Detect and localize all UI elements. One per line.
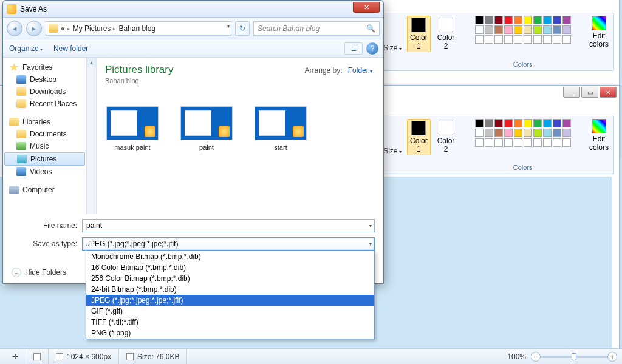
palette-swatch[interactable] bbox=[504, 119, 513, 127]
organize-button[interactable]: Organize bbox=[9, 44, 43, 53]
type-option[interactable]: JPEG (*.jpg;*.jpeg;*.jpe;*.jfif) bbox=[86, 295, 374, 306]
size-button[interactable]: Size bbox=[381, 16, 403, 52]
palette-swatch[interactable] bbox=[553, 119, 561, 127]
color2-button[interactable]: Color 2 bbox=[434, 119, 458, 155]
new-folder-button[interactable]: New folder bbox=[53, 44, 88, 53]
palette-swatch[interactable] bbox=[475, 138, 484, 147]
palette-swatch[interactable] bbox=[524, 138, 532, 147]
palette-swatch[interactable] bbox=[514, 119, 522, 127]
save-as-type-dropdown[interactable]: Monochrome Bitmap (*.bmp;*.dib)16 Color … bbox=[86, 251, 375, 339]
palette-swatch[interactable] bbox=[485, 119, 493, 127]
sidebar-recent[interactable]: Recent Places bbox=[3, 98, 96, 110]
palette-swatch[interactable] bbox=[494, 129, 503, 137]
file-thumb[interactable]: masuk paint bbox=[105, 106, 160, 151]
help-button[interactable]: ? bbox=[366, 42, 378, 55]
palette-swatch[interactable] bbox=[504, 35, 513, 44]
arrange-by-link[interactable]: Folder bbox=[348, 66, 372, 75]
color2-button[interactable]: Color 2 bbox=[434, 16, 458, 52]
sidebar-videos[interactable]: Videos bbox=[3, 166, 96, 178]
palette-swatch[interactable] bbox=[514, 35, 522, 44]
palette-swatch[interactable] bbox=[485, 138, 493, 147]
file-thumb[interactable]: start bbox=[253, 106, 308, 151]
sidebar-documents[interactable]: Documents bbox=[3, 128, 96, 140]
breadcrumb[interactable]: « ▸ My Pictures ▸ Bahan blog ▾ bbox=[46, 21, 231, 36]
view-mode-button[interactable]: ☰ bbox=[344, 42, 363, 55]
palette-swatch[interactable] bbox=[485, 16, 493, 24]
palette-swatch[interactable] bbox=[475, 16, 484, 24]
palette-swatch[interactable] bbox=[514, 16, 522, 24]
palette-swatch[interactable] bbox=[543, 35, 552, 44]
palette-swatch[interactable] bbox=[475, 35, 484, 44]
file-thumb[interactable]: paint bbox=[179, 106, 234, 151]
palette-swatch[interactable] bbox=[543, 119, 552, 127]
palette-swatch[interactable] bbox=[524, 25, 532, 34]
palette-swatch[interactable] bbox=[514, 138, 522, 147]
palette-swatch[interactable] bbox=[562, 25, 571, 34]
dialog-close-button[interactable]: ✕ bbox=[353, 2, 380, 13]
palette-swatch[interactable] bbox=[524, 129, 532, 137]
zoom-slider[interactable] bbox=[541, 356, 607, 358]
palette-swatch[interactable] bbox=[553, 25, 561, 34]
sidebar-desktop[interactable]: Desktop bbox=[3, 73, 96, 86]
type-option[interactable]: 256 Color Bitmap (*.bmp;*.dib) bbox=[86, 273, 374, 284]
palette-swatch[interactable] bbox=[494, 35, 503, 44]
breadcrumb-seg[interactable]: My Pictures bbox=[73, 24, 111, 33]
palette-swatch[interactable] bbox=[533, 16, 542, 24]
palette-swatch[interactable] bbox=[553, 129, 561, 137]
titlebar[interactable]: Save As ✕ bbox=[3, 1, 383, 18]
edit-colors-button[interactable]: Edit colors bbox=[588, 16, 610, 49]
breadcrumb-seg[interactable]: « bbox=[61, 24, 65, 33]
zoom-out-button[interactable]: − bbox=[531, 352, 541, 362]
palette-swatch[interactable] bbox=[562, 129, 571, 137]
minimize-button[interactable]: — bbox=[563, 87, 580, 98]
palette-swatch[interactable] bbox=[485, 129, 493, 137]
size-button[interactable]: Size bbox=[381, 119, 403, 155]
palette-swatch[interactable] bbox=[504, 129, 513, 137]
palette-swatch[interactable] bbox=[533, 119, 542, 127]
maximize-button[interactable]: ▭ bbox=[581, 87, 598, 98]
palette-swatch[interactable] bbox=[562, 138, 571, 147]
nav-forward-button[interactable]: ► bbox=[26, 21, 42, 36]
palette-swatch[interactable] bbox=[524, 119, 532, 127]
palette-swatch[interactable] bbox=[475, 119, 484, 127]
chevron-down-icon[interactable]: ▾ bbox=[369, 223, 372, 229]
palette-swatch[interactable] bbox=[543, 25, 552, 34]
sidebar-favorites[interactable]: Favorites bbox=[3, 61, 96, 73]
palette-swatch[interactable] bbox=[494, 16, 503, 24]
palette-swatch[interactable] bbox=[494, 119, 503, 127]
palette-swatch[interactable] bbox=[553, 35, 561, 44]
palette-swatch[interactable] bbox=[543, 138, 552, 147]
hide-folders-button[interactable]: ⌄ Hide Folders bbox=[12, 268, 66, 277]
palette-swatch[interactable] bbox=[533, 129, 542, 137]
nav-back-button[interactable]: ◄ bbox=[7, 21, 22, 36]
palette-swatch[interactable] bbox=[562, 119, 571, 127]
palette-swatch[interactable] bbox=[553, 138, 561, 147]
palette-swatch[interactable] bbox=[543, 129, 552, 137]
refresh-button[interactable]: ↻ bbox=[235, 21, 250, 36]
color1-button[interactable]: Color 1 bbox=[407, 119, 431, 155]
sidebar-downloads[interactable]: Downloads bbox=[3, 86, 96, 98]
edit-colors-button[interactable]: Edit colors bbox=[588, 119, 610, 152]
palette-swatch[interactable] bbox=[504, 138, 513, 147]
palette-swatch[interactable] bbox=[533, 35, 542, 44]
palette-swatch[interactable] bbox=[485, 35, 493, 44]
type-option[interactable]: PNG (*.png) bbox=[86, 328, 374, 339]
palette-swatch[interactable] bbox=[562, 16, 571, 24]
sidebar-pictures[interactable]: Pictures bbox=[4, 152, 85, 166]
palette-swatch[interactable] bbox=[562, 35, 571, 44]
type-option[interactable]: Monochrome Bitmap (*.bmp;*.dib) bbox=[86, 251, 374, 262]
search-input[interactable]: Search Bahan blog 🔍 bbox=[253, 21, 380, 36]
type-option[interactable]: 24-bit Bitmap (*.bmp;*.dib) bbox=[86, 284, 374, 295]
sidebar-libraries[interactable]: Libraries bbox=[3, 116, 96, 128]
palette-swatch[interactable] bbox=[504, 16, 513, 24]
breadcrumb-seg[interactable]: Bahan blog bbox=[118, 24, 156, 33]
palette-swatch[interactable] bbox=[504, 25, 513, 34]
type-option[interactable]: TIFF (*.tif;*.tiff) bbox=[86, 317, 374, 328]
palette-swatch[interactable] bbox=[475, 25, 484, 34]
palette-swatch[interactable] bbox=[494, 25, 503, 34]
color1-button[interactable]: Color 1 bbox=[407, 16, 431, 52]
sidebar-music[interactable]: Music bbox=[3, 140, 96, 152]
palette-swatch[interactable] bbox=[485, 25, 493, 34]
type-option[interactable]: GIF (*.gif) bbox=[86, 306, 374, 317]
zoom-in-button[interactable]: + bbox=[607, 352, 617, 362]
